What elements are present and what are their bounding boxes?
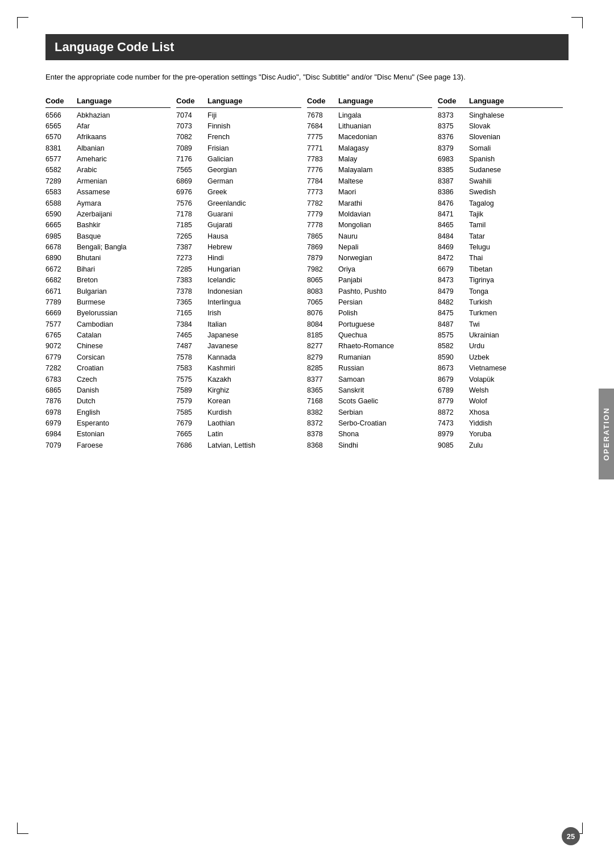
language-name: Kirghiz: [208, 385, 229, 396]
list-item: 8487Twi: [438, 319, 563, 330]
language-name: Abkhazian: [77, 110, 110, 121]
language-code: 7065: [307, 297, 338, 308]
col-header-2: CodeLanguage: [176, 97, 301, 108]
list-item: 7585Kurdish: [176, 407, 301, 418]
list-item: 6779Corsican: [45, 352, 171, 363]
list-item: 7876Dutch: [45, 396, 171, 407]
language-name: Catalan: [77, 330, 101, 341]
language-name: Spanish: [469, 154, 495, 165]
list-item: 7679Laothian: [176, 418, 301, 429]
language-code: 7771: [307, 143, 338, 154]
language-code: 7776: [307, 165, 338, 176]
list-item: 6869German: [176, 176, 301, 187]
language-code: 6672: [45, 264, 77, 275]
language-code: 6978: [45, 407, 77, 418]
list-item: 8083Pashto, Pushto: [307, 286, 432, 297]
language-name: Vietnamese: [469, 363, 507, 374]
list-item: 8590Uzbek: [438, 352, 563, 363]
language-code: 7577: [45, 319, 77, 330]
language-code: 6682: [45, 275, 77, 286]
language-code: 8673: [438, 363, 469, 374]
list-item: 7776Malayalam: [307, 165, 432, 176]
language-name: Fiji: [208, 110, 217, 121]
language-code: 7282: [45, 363, 77, 374]
language-name: Greek: [208, 187, 227, 198]
list-item: 7577Cambodian: [45, 319, 171, 330]
list-item: 6665Bashkir: [45, 220, 171, 231]
list-item: 7074Fiji: [176, 110, 301, 121]
language-code: 7783: [307, 154, 338, 165]
list-item: 7771Malagasy: [307, 143, 432, 154]
language-name: Indonesian: [208, 286, 242, 297]
language-code: 7775: [307, 132, 338, 143]
language-code: 8484: [438, 231, 469, 242]
language-name: Burmese: [77, 297, 105, 308]
list-item: 8779Wolof: [438, 396, 563, 407]
language-code: 7465: [176, 330, 208, 341]
list-item: 6678Bengali; Bangla: [45, 242, 171, 253]
language-name: Yiddish: [469, 418, 492, 429]
language-name: Tigrinya: [469, 275, 494, 286]
list-item: 7073Finnish: [176, 121, 301, 132]
language-code: 8385: [438, 165, 469, 176]
language-name: Irish: [208, 308, 221, 319]
language-table: CodeLanguage6566Abkhazian6565Afar6570Afr…: [45, 97, 569, 452]
language-code: 7876: [45, 396, 77, 407]
list-item: 8373Singhalese: [438, 110, 563, 121]
list-item: 7365Interlingua: [176, 297, 301, 308]
list-item: 7289Armenian: [45, 176, 171, 187]
language-code: 7778: [307, 220, 338, 231]
language-name: Hindi: [208, 253, 224, 264]
language-code: 8185: [307, 330, 338, 341]
language-name: Tagalog: [469, 198, 494, 209]
language-code: 8386: [438, 187, 469, 198]
list-item: 8387Swahili: [438, 176, 563, 187]
col-header-language: Language: [77, 97, 111, 105]
list-item: 8381Albanian: [45, 143, 171, 154]
list-item: 8065Panjabi: [307, 275, 432, 286]
list-item: 7865Nauru: [307, 231, 432, 242]
language-name: Rhaeto-Romance: [338, 341, 394, 352]
language-code: 8382: [307, 407, 338, 418]
language-code: 7665: [176, 429, 208, 440]
list-item: 8279Rumanian: [307, 352, 432, 363]
language-name: Shona: [338, 429, 359, 440]
language-name: Polish: [338, 308, 358, 319]
list-item: 7869Nepali: [307, 242, 432, 253]
list-item: 7473Yiddish: [438, 418, 563, 429]
list-item: 8979Yoruba: [438, 429, 563, 440]
list-item: 7686Latvian, Lettish: [176, 440, 301, 451]
corner-mark-bl: [17, 823, 28, 834]
language-name: Oriya: [338, 264, 355, 275]
list-item: 7383Icelandic: [176, 275, 301, 286]
language-name: Aymara: [77, 198, 101, 209]
language-code: 6984: [45, 429, 77, 440]
language-code: 8368: [307, 440, 338, 451]
language-code: 7865: [307, 231, 338, 242]
list-item: 8465Tamil: [438, 220, 563, 231]
list-item: 6890Bhutani: [45, 253, 171, 264]
language-name: Twi: [469, 319, 480, 330]
language-name: Albanian: [77, 143, 105, 154]
language-name: Interlingua: [208, 297, 240, 308]
language-name: Macedonian: [338, 132, 377, 143]
language-name: Frisian: [208, 143, 229, 154]
col-header-language: Language: [208, 97, 242, 105]
column-2: CodeLanguage7074Fiji7073Finnish7082Frenc…: [176, 97, 307, 452]
language-name: Hausa: [208, 231, 228, 242]
col-header-language: Language: [469, 97, 504, 105]
list-item: 8469Telugu: [438, 242, 563, 253]
language-code: 8279: [307, 352, 338, 363]
language-code: 6789: [438, 385, 469, 396]
language-code: 7773: [307, 187, 338, 198]
list-item: 6983Spanish: [438, 154, 563, 165]
col-header-1: CodeLanguage: [45, 97, 171, 108]
col-header-code: Code: [45, 97, 77, 105]
side-tab-label: OPERATION: [602, 407, 611, 461]
language-name: Latin: [208, 429, 223, 440]
language-code: 7576: [176, 198, 208, 209]
language-name: Afrikaans: [77, 132, 106, 143]
language-code: 6779: [45, 352, 77, 363]
language-code: 8471: [438, 209, 469, 220]
language-code: 9085: [438, 440, 469, 451]
